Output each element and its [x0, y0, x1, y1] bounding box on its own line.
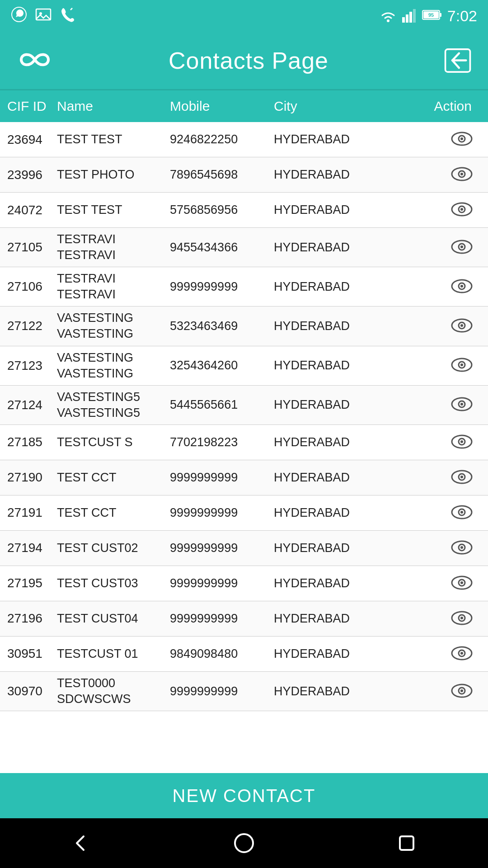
cell-city: HYDERABAD: [270, 506, 365, 520]
view-contact-button[interactable]: [448, 431, 475, 453]
cell-name: TESTCUST S: [53, 434, 166, 450]
col-header-mobile: Mobile: [166, 99, 270, 114]
cell-cif: 27124: [4, 398, 53, 412]
cell-name: TEST CUST03: [53, 576, 166, 591]
view-contact-button[interactable]: [448, 502, 475, 524]
cell-cif: 23996: [4, 168, 53, 182]
svg-rect-6: [409, 12, 412, 23]
svg-point-16: [460, 137, 463, 140]
cell-city: HYDERABAD: [270, 241, 365, 255]
cell-name: TEST CUST04: [53, 611, 166, 627]
col-header-name: Name: [53, 99, 166, 114]
cell-mobile: 7702198223: [166, 435, 270, 449]
svg-point-43: [460, 476, 463, 478]
view-contact-button[interactable]: [448, 315, 475, 337]
view-contact-button[interactable]: [448, 467, 475, 489]
svg-point-34: [460, 363, 463, 366]
view-contact-button[interactable]: [448, 236, 475, 259]
battery-icon: 95: [422, 8, 442, 24]
table-row: 23694 TEST TEST 9246822250 HYDERABAD: [0, 122, 488, 157]
cell-name: TEST TEST: [53, 132, 166, 147]
cell-name: TEST CCT: [53, 470, 166, 486]
cell-city: HYDERABAD: [270, 471, 365, 485]
view-contact-button[interactable]: [448, 354, 475, 377]
table-row: 27123 VASTESTINGVASTESTING 3254364260 HY…: [0, 346, 488, 386]
cell-mobile: 9999999999: [166, 506, 270, 520]
cell-name: TESTRAVITESTRAVI: [53, 271, 166, 302]
cell-cif: 27196: [4, 611, 53, 626]
cell-name: TESTCUST 01: [53, 646, 166, 662]
view-contact-button[interactable]: [448, 394, 475, 416]
cell-action: [365, 537, 484, 559]
cell-action: [365, 680, 484, 703]
svg-point-31: [460, 324, 463, 327]
col-header-cif: CIF ID: [4, 99, 53, 114]
cell-mobile: 9999999999: [166, 280, 270, 294]
svg-point-61: [460, 689, 463, 692]
cell-action: [365, 276, 484, 298]
cell-mobile: 9999999999: [166, 612, 270, 626]
svg-rect-63: [400, 836, 413, 850]
svg-rect-7: [413, 9, 416, 23]
app-logo: [14, 46, 55, 75]
cell-cif: 23694: [4, 132, 53, 147]
cell-mobile: 9999999999: [166, 471, 270, 485]
view-contact-button[interactable]: [448, 199, 475, 221]
svg-point-37: [460, 403, 463, 406]
cell-cif: 30951: [4, 646, 53, 661]
eye-icon: [450, 468, 474, 486]
page-title: Contacts Page: [169, 47, 328, 74]
svg-point-62: [235, 834, 253, 852]
cell-action: [365, 128, 484, 151]
cell-cif: 30970: [4, 684, 53, 698]
table-row: 27124 VASTESTING5VASTESTING5 5445565661 …: [0, 386, 488, 425]
cell-cif: 27123: [4, 359, 53, 373]
table-header: CIF ID Name Mobile City Action: [0, 90, 488, 122]
eye-icon: [450, 433, 474, 450]
cell-name: VASTESTING5VASTESTING5: [53, 389, 166, 421]
cell-city: HYDERABAD: [270, 576, 365, 590]
cell-action: [365, 643, 484, 665]
cell-mobile: 3254364260: [166, 359, 270, 373]
back-nav-button[interactable]: [63, 825, 99, 861]
back-button[interactable]: [442, 46, 474, 75]
view-contact-button[interactable]: [448, 537, 475, 559]
view-contact-button[interactable]: [448, 128, 475, 151]
view-contact-button[interactable]: [448, 643, 475, 665]
svg-point-49: [460, 546, 463, 549]
view-contact-button[interactable]: [448, 572, 475, 594]
eye-icon: [450, 238, 474, 255]
view-contact-button[interactable]: [448, 608, 475, 630]
home-nav-button[interactable]: [226, 825, 262, 861]
view-contact-button[interactable]: [448, 276, 475, 298]
eye-icon: [450, 539, 474, 556]
back-icon: [443, 47, 472, 74]
eye-icon: [450, 201, 474, 218]
view-contact-button[interactable]: [448, 680, 475, 703]
table-row: 24072 TEST TEST 5756856956 HYDERABAD: [0, 193, 488, 228]
cell-action: [365, 502, 484, 524]
svg-point-19: [460, 173, 463, 175]
recents-nav-button[interactable]: [389, 825, 425, 861]
status-icons-left: [11, 6, 76, 26]
cell-mobile: 9455434366: [166, 241, 270, 255]
bottom-nav: [0, 818, 488, 868]
eye-icon: [450, 609, 474, 627]
eye-icon: [450, 317, 474, 334]
cell-action: [365, 467, 484, 489]
new-contact-button[interactable]: NEW CONTACT: [0, 773, 488, 818]
cell-action: [365, 164, 484, 186]
cell-cif: 24072: [4, 203, 53, 217]
cell-mobile: 7896545698: [166, 168, 270, 182]
cell-mobile: 9246822250: [166, 132, 270, 146]
cell-mobile: 5756856956: [166, 203, 270, 217]
eye-icon: [450, 504, 474, 521]
view-contact-button[interactable]: [448, 164, 475, 186]
cell-cif: 27122: [4, 319, 53, 333]
table-row: 27196 TEST CUST04 9999999999 HYDERABAD: [0, 601, 488, 637]
table-row: 27106 TESTRAVITESTRAVI 9999999999 HYDERA…: [0, 267, 488, 307]
eye-icon: [450, 278, 474, 295]
cell-name: VASTESTINGVASTESTING: [53, 310, 166, 342]
cell-action: [365, 236, 484, 259]
status-icons-right: 95 7:02: [380, 7, 477, 25]
